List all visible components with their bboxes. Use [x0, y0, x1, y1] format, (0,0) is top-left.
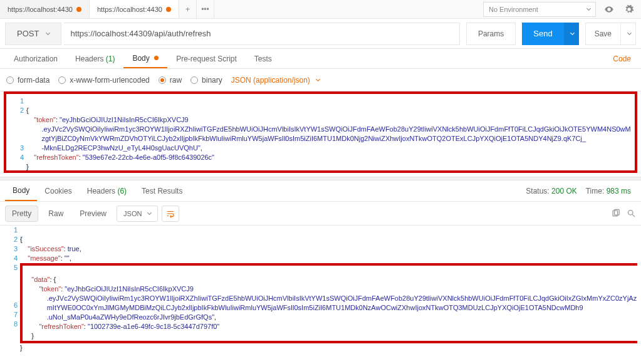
svg-line-3 [632, 214, 635, 217]
svg-point-2 [628, 211, 633, 216]
tab-overflow-button[interactable]: ••• [197, 0, 214, 18]
tab-headers-label: Headers [75, 55, 103, 63]
tab-pre-request[interactable]: Pre-request Script [167, 49, 246, 68]
http-method-selector[interactable]: POST [5, 23, 61, 45]
chevron-down-icon [570, 31, 575, 35]
code-area: { "isSuccess": true, "message": "", "dat… [20, 226, 637, 362]
highlighted-data-block: "data": { "token": "eyJhbGciOiJIUzI1NiIs… [20, 263, 637, 343]
tab-authorization[interactable]: Authorization [5, 49, 66, 68]
syntax-selector[interactable]: JSON [117, 205, 158, 222]
method-label: POST [17, 29, 39, 38]
content-type-selector[interactable]: JSON (application/json) [231, 76, 320, 85]
code-area[interactable]: { "token": "eyJhbGciOiJIUzI1NiIsInR5cCI6… [26, 96, 631, 181]
send-label: Send [533, 29, 552, 38]
chevron-down-icon [627, 31, 632, 35]
tab-title: https://localhost:4430 [8, 6, 73, 13]
response-section-tabs: Body Cookies Headers (6) Test Results St… [0, 180, 641, 202]
line-gutter: 1234 [15, 96, 26, 181]
headers-count: (1) [106, 55, 115, 63]
chevron-down-icon [46, 31, 50, 35]
search-response-icon[interactable] [627, 209, 636, 218]
save-button[interactable]: Save [585, 23, 621, 45]
tab-body-label: Body [132, 54, 149, 63]
response-body-viewer[interactable]: 12345678 { "isSuccess": true, "message":… [0, 226, 641, 364]
resp-tab-test-results[interactable]: Test Results [134, 180, 190, 201]
new-tab-button[interactable]: + [179, 0, 197, 18]
settings-icon[interactable] [621, 1, 637, 18]
request-section-tabs: Authorization Headers (1) Body Pre-reque… [0, 49, 641, 69]
radio-binary[interactable]: binary [190, 76, 222, 85]
request-tab-0[interactable]: https://localhost:4430 [0, 0, 90, 18]
request-tab-bar: https://localhost:4430 https://localhost… [0, 0, 641, 19]
view-pretty[interactable]: Pretty [5, 205, 38, 222]
radio-raw[interactable]: raw [159, 76, 182, 85]
environment-label: No Environment [489, 6, 538, 13]
line-gutter: 12345678 [9, 226, 20, 362]
request-tab-1[interactable]: https://localhost:4430 [90, 0, 179, 18]
save-dropdown[interactable] [621, 23, 636, 45]
request-body-editor[interactable]: 1234 { "token": "eyJhbGciOiJIUzI1NiIsInR… [4, 91, 637, 173]
tab-title: https://localhost:4430 [97, 6, 162, 13]
body-type-selector: form-data x-www-form-urlencoded raw bina… [0, 69, 641, 91]
copy-response-icon[interactable] [611, 209, 620, 218]
send-dropdown[interactable] [564, 23, 579, 45]
resp-tab-headers[interactable]: Headers (6) [80, 180, 134, 201]
wrap-lines-button[interactable] [162, 205, 179, 222]
tab-dirty-icon [76, 7, 81, 12]
status-code: 200 OK [551, 187, 577, 195]
response-view-bar: Pretty Raw Preview JSON [0, 202, 641, 226]
params-button[interactable]: Params [466, 23, 516, 45]
tab-headers[interactable]: Headers (1) [66, 49, 123, 68]
resp-tab-body[interactable]: Body [5, 180, 37, 201]
send-button[interactable]: Send [522, 23, 563, 45]
tab-dirty-icon [166, 7, 171, 12]
request-url-input[interactable] [64, 23, 460, 45]
view-raw[interactable]: Raw [42, 205, 70, 222]
generate-code-link[interactable]: Code [613, 55, 636, 63]
environment-selector[interactable]: No Environment [483, 2, 596, 17]
chevron-down-icon [586, 6, 591, 11]
tab-tests[interactable]: Tests [246, 49, 281, 68]
radio-urlencoded[interactable]: x-www-form-urlencoded [58, 76, 149, 85]
tab-body[interactable]: Body [123, 49, 167, 68]
resp-headers-count: (6) [117, 187, 127, 195]
request-bar: POST Params Send Save [0, 19, 641, 49]
content-type-label: JSON (application/json) [231, 76, 310, 85]
resp-tab-cookies[interactable]: Cookies [37, 180, 79, 201]
body-dirty-icon [154, 56, 159, 60]
chevron-down-icon [147, 211, 152, 215]
chevron-down-icon [316, 77, 320, 81]
response-status: Status: 200 OK Time: 983 ms [526, 187, 636, 195]
radio-form-data[interactable]: form-data [6, 76, 50, 85]
preview-env-icon[interactable] [601, 1, 617, 18]
response-time: 983 ms [607, 187, 631, 195]
view-preview[interactable]: Preview [73, 205, 113, 222]
